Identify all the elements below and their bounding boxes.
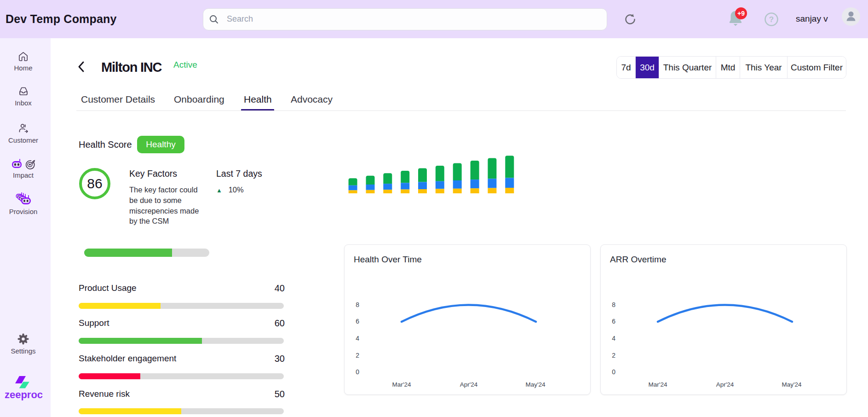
svg-text:Apr'24: Apr'24 [716,381,734,388]
svg-text:Mar'24: Mar'24 [392,381,411,388]
svg-text:2: 2 [356,352,359,359]
svg-text:May'24: May'24 [782,381,802,388]
svg-text:2: 2 [612,352,615,359]
svg-text:6: 6 [356,318,359,325]
svg-text:0: 0 [356,368,359,376]
svg-text:4: 4 [612,335,615,342]
svg-text:May'24: May'24 [525,381,546,388]
svg-text:Mar'24: Mar'24 [649,381,667,388]
svg-text:6: 6 [612,318,615,325]
svg-text:?: ? [769,15,774,24]
svg-text:Apr'24: Apr'24 [460,381,478,388]
svg-text:0: 0 [612,368,615,376]
svg-text:8: 8 [356,301,359,308]
svg-text:8: 8 [612,301,615,308]
svg-text:4: 4 [356,335,359,342]
